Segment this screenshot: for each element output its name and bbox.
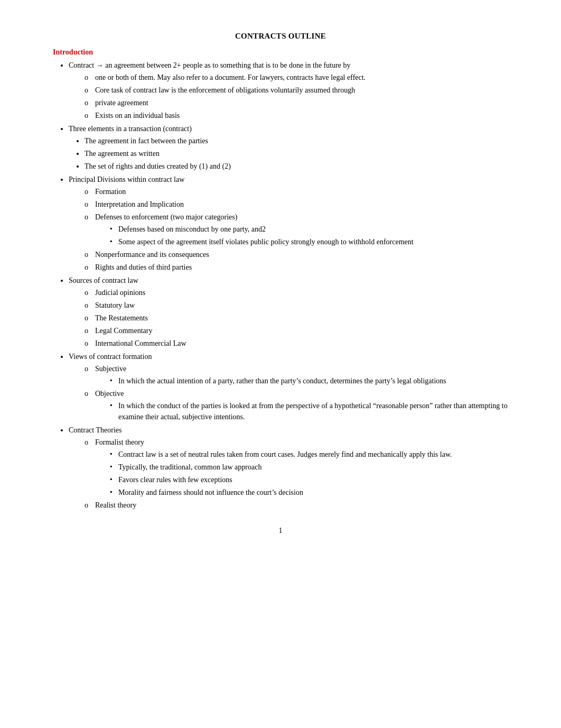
- item-text: Objective: [95, 390, 124, 398]
- item-text: International Commercial Law: [95, 339, 186, 347]
- item-text: Interpretation and Implication: [95, 200, 184, 208]
- main-list: Contract → an agreement between 2+ peopl…: [69, 60, 508, 511]
- item-text: Sources of contract law: [69, 277, 138, 284]
- sub-list: The agreement in fact between the partie…: [85, 135, 508, 172]
- list-item: one or both of them. May also refer to a…: [85, 72, 508, 83]
- item-text: In which the conduct of the parties is l…: [118, 402, 508, 421]
- realist-theory-item: Realist theory: [85, 500, 508, 511]
- item-text: Formalist theory: [95, 438, 144, 446]
- sub-list: one or both of them. May also refer to a…: [85, 72, 508, 121]
- list-item: Typically, the traditional, common law a…: [110, 462, 508, 473]
- item-text: In which the actual intention of a party…: [118, 377, 446, 385]
- item-text: Rights and duties of third parties: [95, 263, 192, 271]
- item-text: one or both of them. May also refer to a…: [95, 73, 366, 81]
- list-item: Nonperformance and its consequences: [85, 249, 508, 260]
- list-item: In which the conduct of the parties is l…: [110, 400, 508, 422]
- item-text: Statutory law: [95, 301, 135, 309]
- page-title: CONTRACTS OUTLINE: [53, 32, 508, 41]
- list-item: Interpretation and Implication: [85, 199, 508, 210]
- item-text: Three elements in a transaction (contrac…: [69, 125, 192, 133]
- list-item: Morality and fairness should not influen…: [110, 487, 508, 498]
- list-item: In which the actual intention of a party…: [110, 375, 508, 386]
- list-item: The set of rights and duties created by …: [85, 161, 508, 172]
- list-item: Contract Theories Formalist theory Contr…: [69, 425, 508, 511]
- sub-sub-list: Contract law is a set of neutral rules t…: [110, 449, 508, 498]
- list-item: The agreement as written: [85, 148, 508, 159]
- list-item: Core task of contract law is the enforce…: [85, 85, 508, 96]
- item-text: Legal Commentary: [95, 327, 152, 335]
- list-item: Principal Divisions within contract law …: [69, 174, 508, 273]
- item-text: Typically, the traditional, common law a…: [118, 463, 261, 471]
- list-item: Statutory law: [85, 300, 508, 311]
- sub-sub-list: In which the actual intention of a party…: [110, 375, 508, 386]
- list-item: Defenses to enforcement (two major categ…: [85, 211, 508, 247]
- contract-text: Contract → an agreement between 2+ peopl…: [69, 61, 351, 69]
- sub-list: Subjective In which the actual intention…: [85, 363, 508, 422]
- page: CONTRACTS OUTLINE Introduction Contract …: [0, 0, 561, 728]
- list-item: Views of contract formation Subjective I…: [69, 351, 508, 422]
- list-item: Rights and duties of third parties: [85, 262, 508, 273]
- sub-list: Formalist theory Contract law is a set o…: [85, 437, 508, 511]
- content-area: Introduction Contract → an agreement bet…: [53, 48, 508, 511]
- item-text: Some aspect of the agreement itself viol…: [118, 238, 414, 246]
- item-text: Views of contract formation: [69, 353, 152, 361]
- arrow-icon: →: [96, 61, 104, 69]
- list-item: International Commercial Law: [85, 338, 508, 349]
- item-text: Defenses to enforcement (two major categ…: [95, 213, 237, 221]
- list-item: Contract → an agreement between 2+ peopl…: [69, 60, 508, 121]
- list-item: Some aspect of the agreement itself viol…: [110, 236, 508, 247]
- item-text: The agreement as written: [85, 150, 160, 158]
- item-text: Defenses based on misconduct by one part…: [118, 225, 266, 233]
- list-item: Exists on an individual basis: [85, 110, 508, 121]
- item-text: Formation: [95, 188, 126, 196]
- item-text: Judicial opinions: [95, 289, 145, 297]
- item-text: Core task of contract law is the enforce…: [95, 86, 355, 94]
- item-text: The set of rights and duties created by …: [85, 162, 231, 170]
- list-item: private agreement: [85, 97, 508, 108]
- item-text: Nonperformance and its consequences: [95, 251, 209, 259]
- list-item: Legal Commentary: [85, 325, 508, 336]
- list-item: Sources of contract law Judicial opinion…: [69, 275, 508, 349]
- item-text: Exists on an individual basis: [95, 112, 180, 119]
- list-item: Favors clear rules with few exceptions: [110, 474, 508, 485]
- item-text: Morality and fairness should not influen…: [118, 489, 303, 496]
- list-item: The Restatements: [85, 312, 508, 324]
- list-item: Subjective In which the actual intention…: [85, 363, 508, 386]
- item-text: Contract Theories: [69, 426, 121, 434]
- sub-list: Judicial opinions Statutory law The Rest…: [85, 287, 508, 349]
- list-item: Formalist theory Contract law is a set o…: [85, 437, 508, 498]
- section-heading: Introduction: [53, 48, 508, 57]
- item-text: private agreement: [95, 99, 148, 107]
- page-number: 1: [53, 527, 508, 535]
- list-item: Three elements in a transaction (contrac…: [69, 123, 508, 172]
- item-text: Principal Divisions within contract law: [69, 176, 184, 183]
- list-item: The agreement in fact between the partie…: [85, 135, 508, 146]
- realist-theory-text: Realist theory: [95, 501, 136, 509]
- list-item: Judicial opinions: [85, 287, 508, 298]
- list-item: Contract law is a set of neutral rules t…: [110, 449, 508, 460]
- item-text: The Restatements: [95, 314, 148, 322]
- sub-list: Formation Interpretation and Implication…: [85, 186, 508, 273]
- item-text: Contract law is a set of neutral rules t…: [118, 450, 452, 458]
- list-item: Formation: [85, 186, 508, 197]
- list-item: Defenses based on misconduct by one part…: [110, 224, 508, 235]
- item-text: Subjective: [95, 365, 126, 373]
- sub-sub-list: Defenses based on misconduct by one part…: [110, 224, 508, 247]
- sub-sub-list: In which the conduct of the parties is l…: [110, 400, 508, 422]
- item-text: Favors clear rules with few exceptions: [118, 476, 232, 484]
- item-text: The agreement in fact between the partie…: [85, 137, 208, 145]
- list-item: Objective In which the conduct of the pa…: [85, 388, 508, 422]
